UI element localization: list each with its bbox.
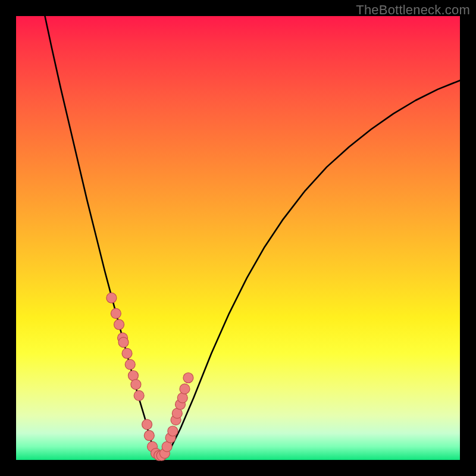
highlight-point <box>131 380 141 390</box>
chart-plot-area <box>16 16 460 460</box>
highlight-point <box>183 372 193 383</box>
highlight-point <box>107 293 117 303</box>
watermark-text: TheBottleneck.com <box>356 2 470 18</box>
highlight-point <box>125 359 135 369</box>
highlight-point <box>144 430 154 440</box>
highlight-point <box>168 426 178 436</box>
highlight-point <box>180 384 190 394</box>
highlight-point <box>177 393 187 403</box>
chart-svg <box>16 16 460 460</box>
highlight-point <box>142 419 152 430</box>
highlight-point <box>134 390 144 400</box>
highlight-point <box>114 320 124 330</box>
highlight-points <box>107 293 193 461</box>
highlight-point <box>122 348 132 358</box>
bottleneck-curve <box>45 16 460 456</box>
highlight-point <box>118 337 129 347</box>
chart-frame: TheBottleneck.com <box>0 0 476 476</box>
highlight-point <box>111 308 121 318</box>
